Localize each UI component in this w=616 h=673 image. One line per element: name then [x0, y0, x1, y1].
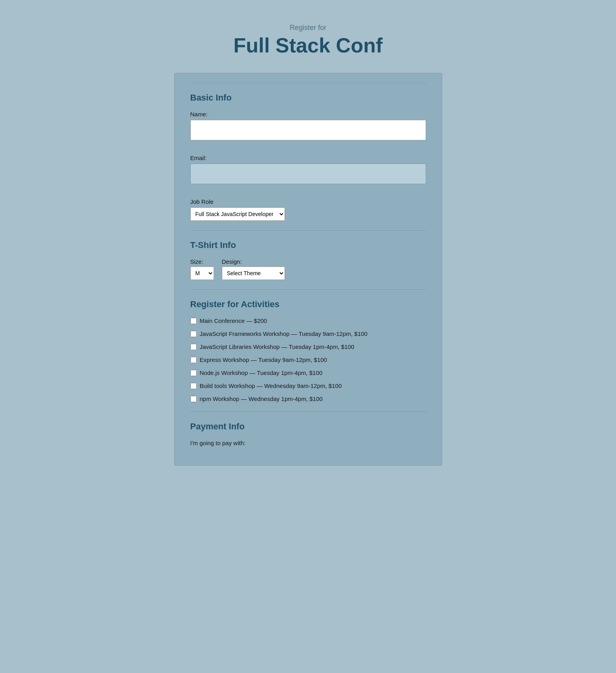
page-header: Register for Full Stack Conf — [233, 24, 382, 57]
basic-info-title: Basic Info — [190, 93, 426, 103]
basic-info-section: Basic Info Name: Email: Job Role Full St… — [190, 83, 426, 221]
activities-section: Register for Activities Main Conference … — [190, 289, 426, 402]
register-for-label: Register for — [233, 24, 382, 32]
activities-title: Register for Activities — [190, 299, 426, 309]
activity-label-3: Express Workshop — Tuesday 9am-12pm, $10… — [200, 356, 327, 363]
activities-list: Main Conference — $200 JavaScript Framew… — [190, 317, 426, 402]
job-role-select[interactable]: Full Stack JavaScript Developer Front En… — [190, 207, 285, 221]
list-item: Express Workshop — Tuesday 9am-12pm, $10… — [190, 356, 426, 363]
list-item: Build tools Workshop — Wednesday 9am-12p… — [190, 382, 426, 389]
email-field-group: Email: — [190, 155, 426, 191]
activity-checkbox-2[interactable] — [190, 344, 197, 350]
activity-checkbox-5[interactable] — [190, 383, 197, 389]
paying-with-label: I'm going to pay with: — [190, 440, 426, 446]
name-label: Name: — [190, 111, 426, 117]
list-item: Main Conference — $200 — [190, 317, 426, 324]
form-container: Basic Info Name: Email: Job Role Full St… — [174, 73, 442, 466]
size-field: Size: S M L XL XXL — [190, 258, 214, 280]
activity-checkbox-1[interactable] — [190, 331, 197, 337]
activity-checkbox-4[interactable] — [190, 370, 197, 376]
tshirt-info-title: T-Shirt Info — [190, 240, 426, 250]
job-role-field-group: Job Role Full Stack JavaScript Developer… — [190, 198, 426, 221]
activity-label-0: Main Conference — $200 — [200, 317, 267, 324]
activity-label-6: npm Workshop — Wednesday 1pm-4pm, $100 — [200, 395, 323, 402]
job-role-label: Job Role — [190, 198, 426, 205]
size-select[interactable]: S M L XL XXL — [190, 267, 214, 280]
email-input[interactable] — [190, 164, 426, 184]
list-item: JavaScript Libraries Workshop — Tuesday … — [190, 343, 426, 350]
design-field: Design: Select Theme JS Puns I ♥ JS — [222, 258, 285, 280]
size-label: Size: — [190, 258, 214, 265]
payment-info-title: Payment Info — [190, 421, 426, 432]
design-select[interactable]: Select Theme JS Puns I ♥ JS — [222, 267, 285, 280]
design-label: Design: — [222, 258, 285, 265]
activity-checkbox-6[interactable] — [190, 396, 197, 402]
list-item: npm Workshop — Wednesday 1pm-4pm, $100 — [190, 395, 426, 402]
activity-checkbox-0[interactable] — [190, 318, 197, 324]
name-field-group: Name: — [190, 111, 426, 147]
activity-label-1: JavaScript Frameworks Workshop — Tuesday… — [200, 330, 368, 337]
activity-checkbox-3[interactable] — [190, 357, 197, 363]
list-item: Node.js Workshop — Tuesday 1pm-4pm, $100 — [190, 369, 426, 376]
activity-label-5: Build tools Workshop — Wednesday 9am-12p… — [200, 382, 342, 389]
email-label: Email: — [190, 155, 426, 161]
activity-label-4: Node.js Workshop — Tuesday 1pm-4pm, $100 — [200, 369, 323, 376]
conference-title: Full Stack Conf — [233, 34, 382, 57]
payment-info-section: Payment Info I'm going to pay with: — [190, 412, 426, 446]
activity-label-2: JavaScript Libraries Workshop — Tuesday … — [200, 343, 354, 350]
tshirt-row: Size: S M L XL XXL Design: Select Theme … — [190, 258, 426, 280]
list-item: JavaScript Frameworks Workshop — Tuesday… — [190, 330, 426, 337]
name-input[interactable] — [190, 120, 426, 140]
tshirt-info-section: T-Shirt Info Size: S M L XL XXL Design: … — [190, 230, 426, 280]
